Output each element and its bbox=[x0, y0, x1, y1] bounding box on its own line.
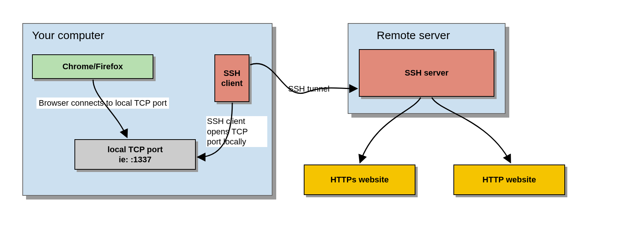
tcp-port-label-2: ie: :1337 bbox=[119, 154, 152, 165]
remote-server-title: Remote server bbox=[377, 29, 450, 42]
local-tcp-port-box: local TCP port ie: :1337 bbox=[74, 139, 196, 170]
https-website-label: HTTPs website bbox=[331, 175, 389, 185]
your-computer-title: Your computer bbox=[32, 29, 104, 42]
ssh-server-label: SSH server bbox=[405, 68, 448, 78]
ssh-client-label-1: SSH bbox=[223, 68, 240, 79]
http-website-box: HTTP website bbox=[453, 165, 565, 195]
sshclient-opens-l2: opens TCP bbox=[207, 127, 267, 137]
browser-box: Chrome/Firefox bbox=[32, 54, 153, 79]
ssh-client-box: SSH client bbox=[214, 54, 249, 102]
arrow-label-browser-to-port: Browser connects to local TCP port bbox=[36, 98, 169, 109]
browser-box-label: Chrome/Firefox bbox=[63, 62, 123, 71]
tcp-port-label-1: local TCP port bbox=[108, 144, 163, 155]
https-website-box: HTTPs website bbox=[304, 165, 415, 195]
sshclient-opens-l3: port locally bbox=[207, 137, 267, 147]
http-website-label: HTTP website bbox=[482, 175, 536, 185]
sshclient-opens-l1: SSH client bbox=[207, 116, 267, 127]
arrow-label-ssh-tunnel: SSH tunnel bbox=[288, 84, 329, 94]
ssh-server-box: SSH server bbox=[359, 49, 494, 97]
ssh-client-label-2: client bbox=[221, 78, 242, 89]
arrow-label-sshclient-to-port: SSH client opens TCP port locally bbox=[206, 116, 267, 147]
